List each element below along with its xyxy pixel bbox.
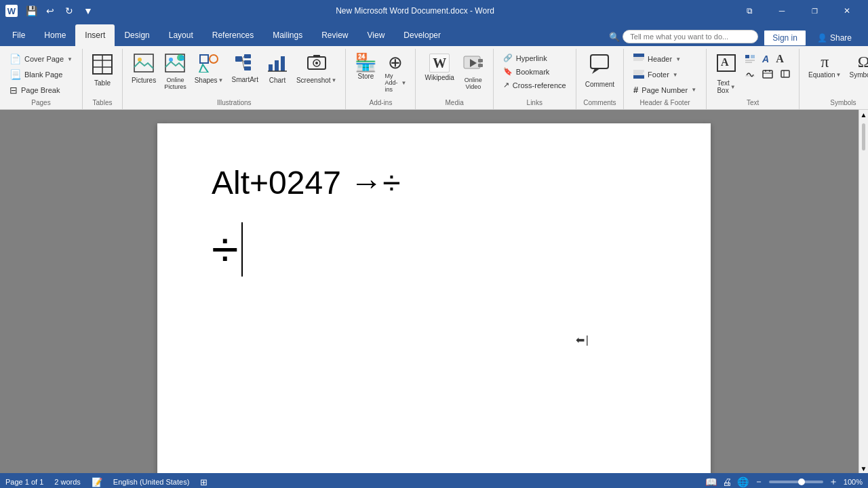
svg-rect-27 (313, 55, 320, 58)
chart-button[interactable]: Chart (263, 52, 292, 86)
zoom-level[interactable]: 100% (844, 478, 863, 486)
svg-rect-32 (591, 55, 608, 68)
signature-button[interactable] (742, 68, 758, 80)
comment-button[interactable]: Comment (582, 52, 618, 90)
my-addins-button[interactable]: ⊕ My Add-ins ▼ (381, 52, 410, 95)
my-addins-icon: ⊕ (388, 54, 403, 71)
tab-references[interactable]: References (203, 24, 263, 46)
scroll-up-button[interactable]: ▲ (859, 110, 868, 119)
smartart-icon (235, 54, 255, 75)
shapes-dropdown[interactable]: ▼ (218, 77, 224, 83)
sign-in-button[interactable]: Sign in (764, 30, 806, 46)
tab-design[interactable]: Design (115, 24, 159, 46)
pages-group-content: 📄 Cover Page ▼ 📃 Blank Page ⊟ Page Break (4, 49, 78, 98)
page-number-dropdown[interactable]: ▼ (691, 87, 696, 93)
tab-developer[interactable]: Developer (394, 24, 450, 46)
footer-button[interactable]: Footer ▼ (629, 67, 701, 82)
cross-reference-button[interactable]: ↗ Cross-reference (499, 79, 570, 92)
restore-down-button[interactable]: ⧉ (734, 0, 765, 22)
customize-button[interactable]: ▼ (80, 3, 96, 19)
store-button[interactable]: 🏪 Store (351, 52, 380, 82)
cover-page-dropdown[interactable]: ▼ (67, 56, 73, 62)
screenshot-button[interactable]: Screenshot ▼ (293, 52, 340, 86)
shapes-button[interactable]: Shapes ▼ (191, 52, 227, 86)
zoom-slider[interactable] (769, 481, 823, 483)
tab-review[interactable]: Review (312, 24, 357, 46)
page-break-button[interactable]: ⊟ Page Break (5, 83, 77, 98)
header-button[interactable]: Header ▼ (629, 52, 701, 66)
tab-layout[interactable]: Layout (159, 24, 203, 46)
scroll-thumb[interactable] (862, 123, 865, 150)
close-button[interactable]: ✕ (831, 0, 863, 22)
page-number-button[interactable]: # Page Number ▼ (629, 83, 701, 97)
tab-view[interactable]: View (358, 24, 395, 46)
title-bar-controls: ⧉ ─ ❐ ✕ (734, 0, 863, 22)
scroll-down-button[interactable]: ▼ (859, 464, 868, 473)
zoom-in-button[interactable]: ＋ (829, 476, 838, 488)
minimize-button[interactable]: ─ (766, 0, 797, 22)
ribbon: 📄 Cover Page ▼ 📃 Blank Page ⊟ Page Break… (0, 46, 868, 110)
links-group-label: Links (498, 98, 572, 109)
quick-parts-button[interactable] (742, 52, 758, 66)
wordart-button[interactable]: A (760, 52, 772, 66)
online-video-button[interactable]: OnlineVideo (459, 52, 488, 92)
text-box-dropdown[interactable]: ▼ (730, 84, 736, 90)
vertical-scrollbar[interactable]: ▲ ▼ (859, 110, 868, 473)
share-button[interactable]: 👤 Share (809, 30, 860, 45)
svg-rect-16 (244, 66, 251, 70)
footer-dropdown[interactable]: ▼ (673, 72, 678, 78)
svg-rect-45 (745, 55, 749, 58)
pictures-button[interactable]: Pictures (128, 52, 159, 86)
svg-rect-22 (281, 56, 285, 71)
column-layout-icon: ⊞ (200, 477, 208, 487)
tab-mailings[interactable]: Mailings (263, 24, 312, 46)
web-layout-icon[interactable]: 🌐 (737, 476, 749, 487)
zoom-out-button[interactable]: － (754, 476, 764, 488)
save-button[interactable]: 💾 (23, 3, 39, 19)
read-mode-icon[interactable]: 📖 (705, 476, 717, 487)
language[interactable]: English (United States) (113, 478, 190, 486)
blank-page-button[interactable]: 📃 Blank Page (5, 67, 77, 82)
online-pictures-button[interactable]: 🌐 OnlinePictures (161, 52, 190, 92)
comment-icon (589, 54, 610, 79)
help-search-input[interactable] (623, 30, 758, 43)
spelling-check-icon[interactable]: 📝 (92, 477, 102, 487)
maximize-button[interactable]: ❐ (799, 0, 830, 22)
date-time-button[interactable] (760, 68, 776, 80)
scroll-track[interactable] (859, 119, 868, 464)
tab-home[interactable]: Home (35, 24, 75, 46)
equation-dropdown[interactable]: ▼ (836, 72, 842, 78)
hyperlink-button[interactable]: 🔗 Hyperlink (499, 52, 570, 64)
document-line1: Alt+0247 →÷ (212, 164, 656, 201)
drop-cap-button[interactable]: A (773, 52, 787, 66)
bookmark-button[interactable]: 🔖 Bookmark (499, 65, 570, 78)
equation-button[interactable]: π Equation ▼ (805, 52, 844, 81)
ribbon-group-header-footer: Header ▼ Footer ▼ # Page Number ▼ Header… (624, 49, 707, 109)
text-box-button[interactable]: A TextBox ▼ (712, 52, 741, 96)
table-button[interactable]: Table (88, 52, 117, 89)
word-count: 2 words (54, 478, 81, 486)
smartart-button[interactable]: SmartArt (229, 52, 262, 85)
redo-button[interactable]: ↻ (61, 3, 77, 19)
screenshot-dropdown[interactable]: ▼ (332, 77, 337, 83)
wikipedia-button[interactable]: W Wikipedia (421, 52, 457, 83)
media-group-label: Media (420, 98, 488, 109)
object-button[interactable] (777, 68, 793, 80)
header-dropdown[interactable]: ▼ (675, 56, 681, 62)
symbol-button[interactable]: Ω Symbol ▼ (846, 52, 868, 81)
tab-insert[interactable]: Insert (75, 24, 115, 46)
text-row2 (742, 68, 793, 80)
svg-rect-46 (751, 55, 755, 58)
document-line2-row: ÷ (212, 222, 656, 277)
addins-dropdown[interactable]: ▼ (401, 80, 407, 86)
undo-button[interactable]: ↩ (42, 3, 58, 19)
svg-rect-54 (781, 70, 789, 77)
text-group-content: A TextBox ▼ A A (711, 49, 795, 98)
zoom-thumb[interactable] (798, 479, 805, 485)
cover-page-button[interactable]: 📄 Cover Page ▼ (5, 52, 77, 66)
media-group-content: W Wikipedia OnlineVideo (420, 49, 488, 98)
pictures-icon (134, 54, 154, 75)
print-layout-icon[interactable]: 🖨 (722, 476, 732, 487)
document-page[interactable]: Alt+0247 →÷ ÷ ⬅ | (157, 123, 711, 473)
tab-file[interactable]: File (3, 24, 35, 46)
